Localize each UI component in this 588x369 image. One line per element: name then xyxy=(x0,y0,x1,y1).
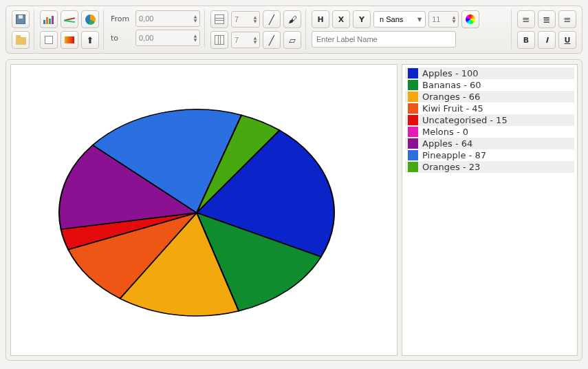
from-down[interactable]: ▼ xyxy=(191,19,199,23)
color-wheel-icon xyxy=(466,14,475,24)
font-label-group: H X Y ▼ ▲▼ xyxy=(310,9,512,49)
line-style-1[interactable]: ╱ xyxy=(263,10,281,28)
misc-button-1[interactable] xyxy=(40,31,58,49)
grid-v-input[interactable] xyxy=(232,34,251,45)
misc-button-2[interactable] xyxy=(61,31,78,49)
eraser-icon: ▱ xyxy=(289,35,296,45)
align-left-icon: ≡ xyxy=(523,14,530,25)
from-spinbox[interactable]: ▲▼ xyxy=(135,10,200,27)
legend: Apples - 100Bananas - 60Oranges - 66Kiwi… xyxy=(402,64,578,356)
legend-label: Apples - 100 xyxy=(422,68,479,78)
legend-label: Uncategorised - 15 xyxy=(422,115,508,125)
legend-item[interactable]: Oranges - 23 xyxy=(405,161,574,173)
legend-label: Bananas - 60 xyxy=(422,80,481,90)
text-style-group: ≡ ≣ ≡ B I U xyxy=(516,9,578,50)
grid-h-spin[interactable]: ▲▼ xyxy=(231,11,260,28)
legend-swatch xyxy=(408,68,418,78)
save-button[interactable] xyxy=(12,10,30,28)
legend-swatch xyxy=(408,92,418,102)
legend-swatch xyxy=(408,80,418,90)
legend-swatch xyxy=(408,103,418,114)
grid-v-icon xyxy=(215,35,224,45)
to-label: to xyxy=(109,34,133,43)
export-icon: ⬆ xyxy=(87,35,94,45)
legend-item[interactable]: Pineapple - 87 xyxy=(405,149,574,161)
bar-chart-button[interactable] xyxy=(40,10,58,28)
pie-svg xyxy=(45,99,348,326)
underline-button[interactable]: U xyxy=(558,31,576,49)
export-button[interactable]: ⬆ xyxy=(81,31,99,49)
legend-label: Oranges - 23 xyxy=(422,162,480,172)
chart-canvas xyxy=(10,64,398,356)
legend-swatch xyxy=(408,150,418,160)
folder-icon xyxy=(16,37,26,45)
save-icon xyxy=(16,14,25,24)
file-chart-group xyxy=(10,9,34,50)
legend-item[interactable]: Kiwi Fruit - 45 xyxy=(405,103,574,114)
legend-label: Pineapple - 87 xyxy=(422,150,486,160)
legend-item[interactable]: Oranges - 66 xyxy=(405,91,574,103)
chevron-down-icon[interactable]: ▼ xyxy=(415,17,424,23)
font-family-combo[interactable]: ▼ xyxy=(373,11,426,28)
italic-button[interactable]: I xyxy=(538,31,556,49)
line-style-2[interactable]: 🖌 xyxy=(283,10,301,28)
toolbar: ⬆ From ▲▼ to ▲▼ ▲▼ ╱ 🖌 ▲▼ xyxy=(6,6,582,54)
from-input[interactable] xyxy=(136,13,191,24)
align-center-icon: ≣ xyxy=(543,14,551,25)
grid-v-button[interactable] xyxy=(210,31,228,49)
legend-item[interactable]: Apples - 64 xyxy=(405,138,574,149)
range-group: From ▲▼ to ▲▼ xyxy=(108,9,205,48)
legend-swatch xyxy=(408,138,418,149)
from-label: From xyxy=(109,14,133,23)
legend-label: Melons - 0 xyxy=(422,127,468,137)
chart-type-group: ⬆ xyxy=(39,9,104,50)
label-name-input[interactable] xyxy=(312,31,456,48)
axis-x-button[interactable]: X xyxy=(332,10,350,28)
color-picker-button[interactable] xyxy=(461,10,479,28)
swatch-icon xyxy=(45,36,53,44)
axis-h-button[interactable]: H xyxy=(312,10,329,28)
font-size-input[interactable] xyxy=(429,14,450,25)
line-style-3[interactable]: ╱ xyxy=(263,31,281,49)
legend-swatch xyxy=(408,127,418,137)
pie-chart-icon xyxy=(85,14,96,25)
pencil-icon: ╱ xyxy=(269,14,274,25)
gradient-icon xyxy=(65,36,74,43)
legend-label: Apples - 64 xyxy=(422,138,472,149)
legend-swatch xyxy=(408,115,418,125)
grid-h-input[interactable] xyxy=(232,14,251,25)
legend-label: Oranges - 66 xyxy=(422,92,480,102)
legend-swatch xyxy=(408,162,418,172)
grid-h-button[interactable] xyxy=(210,10,228,28)
grid-h-icon xyxy=(215,14,224,24)
legend-item[interactable]: Uncategorised - 15 xyxy=(405,114,574,126)
grid-group: ▲▼ ╱ 🖌 ▲▼ ╱ ▱ xyxy=(209,9,306,50)
legend-item[interactable]: Melons - 0 xyxy=(405,126,574,138)
bar-chart-icon xyxy=(43,14,54,24)
legend-item[interactable]: Bananas - 60 xyxy=(405,79,574,91)
pencil2-icon: ╱ xyxy=(269,35,274,45)
line-chart-icon xyxy=(64,14,75,24)
pie-chart-button[interactable] xyxy=(81,10,99,28)
bold-button[interactable]: B xyxy=(517,31,535,49)
line-chart-button[interactable] xyxy=(61,10,78,28)
to-input[interactable] xyxy=(136,32,191,43)
align-right-button[interactable]: ≡ xyxy=(558,10,576,28)
pie-chart xyxy=(45,99,348,326)
font-family-input[interactable] xyxy=(378,14,415,24)
legend-item[interactable]: Apples - 100 xyxy=(405,67,574,79)
font-size-spin[interactable]: ▲▼ xyxy=(428,11,459,28)
main-panel: Apples - 100Bananas - 60Oranges - 66Kiwi… xyxy=(6,59,582,361)
align-center-button[interactable]: ≣ xyxy=(538,10,556,28)
grid-v-spin[interactable]: ▲▼ xyxy=(231,32,260,48)
legend-label: Kiwi Fruit - 45 xyxy=(422,103,483,114)
to-spinbox[interactable]: ▲▼ xyxy=(135,30,200,46)
align-right-icon: ≡ xyxy=(564,14,571,25)
to-down[interactable]: ▼ xyxy=(191,38,199,42)
brush-icon: 🖌 xyxy=(288,14,297,25)
line-style-4[interactable]: ▱ xyxy=(283,31,301,49)
axis-y-button[interactable]: Y xyxy=(353,10,371,28)
align-left-button[interactable]: ≡ xyxy=(517,10,535,28)
open-button[interactable] xyxy=(12,31,30,49)
